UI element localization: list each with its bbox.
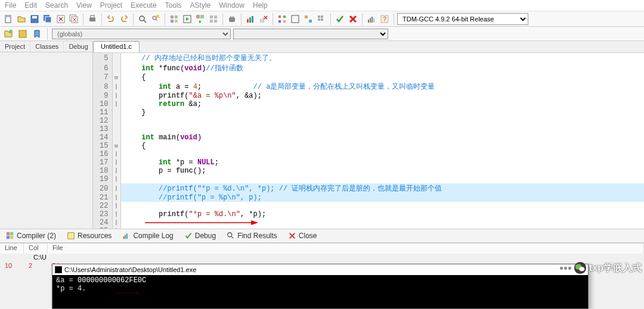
code-line[interactable]: return &a; [120, 100, 644, 108]
tab-resources[interactable]: Resources [64, 230, 114, 241]
tab-compiler[interactable]: Compiler (2) [4, 230, 58, 241]
menu-help[interactable]: Help [253, 1, 268, 10]
fold-gutter[interactable]: | [112, 92, 120, 100]
compile-run-button[interactable] [194, 13, 206, 25]
tab-find-results[interactable]: Find Results [224, 230, 280, 241]
find-button[interactable] [137, 13, 148, 25]
print-button[interactable] [86, 13, 98, 25]
code-line[interactable]: //printf("*p = %d.\n", *p); // 证明栈内存完了后是… [120, 183, 644, 193]
side-tab-project[interactable]: Project [0, 41, 30, 52]
fold-gutter[interactable]: | [112, 193, 120, 202]
code-line[interactable] [120, 219, 644, 227]
fold-gutter[interactable]: | [112, 175, 120, 183]
fold-gutter[interactable]: | [112, 158, 120, 167]
toggle-bookmark-button[interactable] [289, 13, 301, 25]
code-line[interactable]: int a = 4; // a是局部变量，分配在栈上又叫栈变量，又叫临时变量 [120, 82, 644, 92]
tab-debug[interactable]: Debug [182, 230, 218, 241]
code-line[interactable]: { [120, 142, 644, 150]
code-line[interactable]: } [120, 108, 644, 117]
menu-tools[interactable]: Tools [165, 1, 182, 10]
new-project-button[interactable] [2, 28, 14, 40]
goto-bookmark-button[interactable] [302, 13, 314, 25]
fold-gutter[interactable] [112, 133, 120, 142]
side-tab-classes[interactable]: Classes [30, 41, 64, 52]
menu-execute[interactable]: Execute [131, 1, 156, 10]
run-button[interactable] [181, 13, 193, 25]
fold-gutter[interactable] [112, 53, 120, 63]
fold-gutter[interactable]: ⊟ [112, 73, 120, 82]
stop-button[interactable] [347, 13, 359, 25]
save-button[interactable] [29, 13, 41, 25]
menu-astyle[interactable]: AStyle [190, 1, 211, 10]
tab-close[interactable]: Close [286, 230, 320, 241]
fold-gutter[interactable]: | [112, 100, 120, 108]
globals-dropdown[interactable]: (globals) [52, 29, 231, 39]
functions-dropdown[interactable] [233, 29, 388, 39]
replace-button[interactable] [150, 13, 162, 25]
new-file-button[interactable] [2, 13, 14, 25]
fold-gutter[interactable] [112, 125, 120, 133]
code-line[interactable]: printf("&a = %p\n", &a); [120, 92, 644, 100]
check-syntax-button[interactable] [334, 13, 346, 25]
code-line[interactable] [120, 117, 644, 125]
code-line[interactable]: int main(void) [120, 133, 644, 142]
goto-func-button[interactable] [276, 13, 288, 25]
grid-button[interactable] [315, 13, 327, 25]
fold-gutter[interactable] [112, 63, 120, 73]
compiler-select[interactable]: TDM-GCC 4.9.2 64-bit Release [397, 13, 528, 25]
code-line[interactable] [120, 227, 644, 229]
code-line[interactable]: printf("*p = %d.\n", *p); [120, 210, 644, 219]
code-line[interactable]: { [120, 73, 644, 82]
code-line[interactable]: // 内存地址已经和当时那个变量无关了。 [120, 53, 644, 63]
tab-compile-log[interactable]: Compile Log [120, 230, 175, 241]
fold-gutter[interactable] [112, 117, 120, 125]
compiler-grid-row[interactable]: C:\U [0, 254, 644, 262]
fold-gutter[interactable]: | [112, 202, 120, 210]
close-all-button[interactable] [68, 13, 80, 25]
profile-analysis-button[interactable] [366, 13, 377, 25]
menu-project[interactable]: Project [100, 1, 122, 10]
fold-gutter[interactable]: | [112, 82, 120, 92]
code-line[interactable] [120, 202, 644, 210]
menu-view[interactable]: View [76, 1, 92, 10]
svg-rect-16 [171, 20, 174, 23]
save-all-button[interactable] [42, 13, 54, 25]
menu-file[interactable]: File [5, 1, 16, 10]
fold-gutter[interactable]: | [112, 227, 120, 229]
profile-button[interactable] [244, 13, 256, 25]
code-line[interactable]: //printf("p = %p\n", p); [120, 193, 644, 202]
code-line[interactable] [120, 150, 644, 158]
open-button[interactable] [16, 13, 27, 25]
insert-button[interactable] [17, 28, 29, 40]
redo-button[interactable] [118, 13, 130, 25]
compile-button[interactable] [168, 13, 180, 25]
code-line[interactable] [120, 175, 644, 183]
menu-window[interactable]: Window [219, 1, 244, 10]
fold-gutter[interactable]: | [112, 219, 120, 227]
rebuild-button[interactable] [208, 13, 219, 25]
code-line[interactable]: int *p = NULL; [120, 158, 644, 167]
fold-gutter[interactable]: | [112, 150, 120, 158]
help-button[interactable]: ? [379, 13, 391, 25]
line-number: 14 [93, 133, 112, 142]
fold-gutter[interactable]: | [112, 210, 120, 219]
bookmark-button[interactable] [31, 28, 43, 40]
fold-gutter[interactable]: | [112, 167, 120, 175]
side-tab-debug[interactable]: Debug [64, 41, 93, 52]
fold-gutter[interactable]: ⊟ [112, 142, 120, 150]
debug-button[interactable] [226, 13, 238, 25]
undo-button[interactable] [105, 13, 117, 25]
menu-search[interactable]: Search [45, 1, 68, 10]
console-titlebar[interactable]: C:\Users\Administrator\Desktop\Untitled1… [52, 264, 588, 275]
code-editor[interactable]: 5 // 内存地址已经和当时那个变量无关了。6 int *func(void)/… [93, 53, 644, 229]
fold-gutter[interactable]: | [112, 183, 120, 193]
fold-gutter[interactable] [112, 108, 120, 117]
delete-profile-button[interactable] [258, 13, 270, 25]
menu-edit[interactable]: Edit [24, 1, 37, 10]
close-button[interactable] [55, 13, 67, 25]
code-line[interactable] [120, 125, 644, 133]
code-line[interactable]: p = func(); [120, 167, 644, 175]
svg-text:?: ? [383, 16, 386, 23]
editor-tab[interactable]: Untitled1.c [93, 41, 140, 52]
code-line[interactable]: int *func(void)//指针函数 [120, 63, 644, 73]
